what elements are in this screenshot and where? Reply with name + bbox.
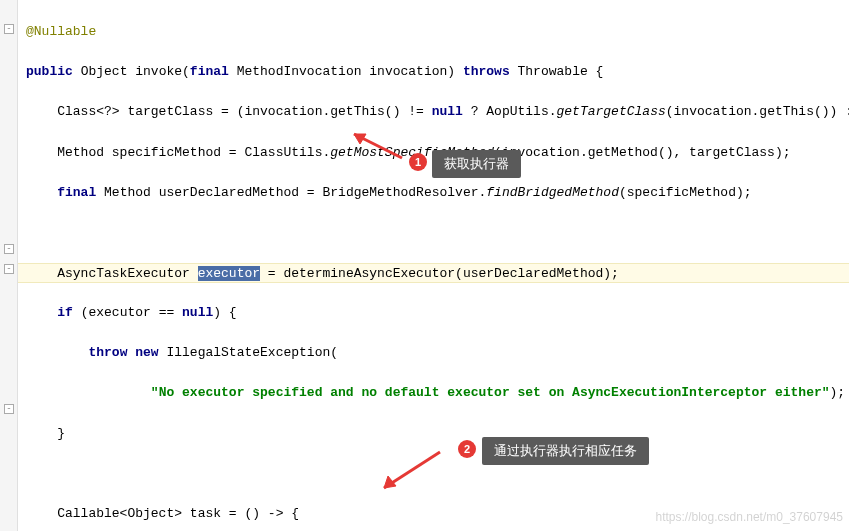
fold-mark[interactable]: - <box>4 24 14 34</box>
callout-2: 通过执行器执行相应任务 <box>482 437 649 465</box>
kw-public: public <box>26 64 73 79</box>
selected-executor: executor <box>198 266 260 281</box>
watermark: https://blog.csdn.net/m0_37607945 <box>656 508 843 527</box>
annotation: @Nullable <box>26 24 96 39</box>
highlighted-line: AsyncTaskExecutor executor = determineAs… <box>18 263 849 283</box>
badge-2: 2 <box>458 440 476 458</box>
arrow-1 <box>342 128 412 162</box>
badge-1: 1 <box>409 153 427 171</box>
gutter: - - - - <box>0 0 18 531</box>
fold-mark[interactable]: - <box>4 244 14 254</box>
arrow-2 <box>370 448 450 498</box>
fold-mark[interactable]: - <box>4 404 14 414</box>
callout-1: 获取执行器 <box>432 150 521 178</box>
fold-mark[interactable]: - <box>4 264 14 274</box>
